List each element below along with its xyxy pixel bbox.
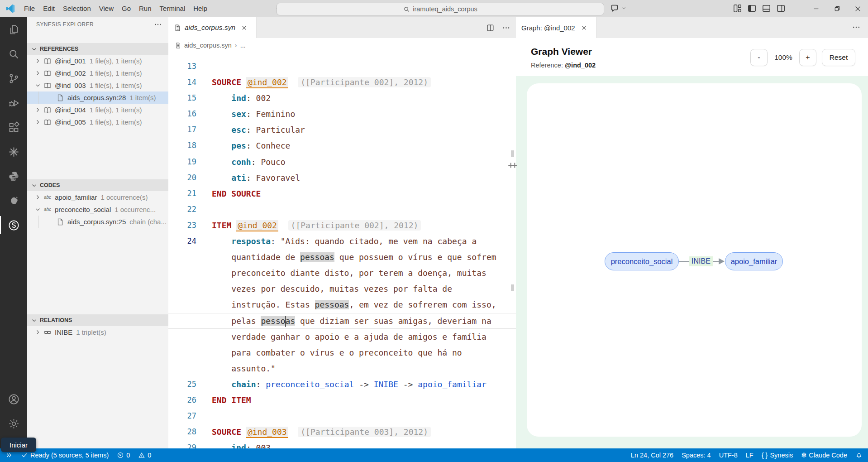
code-line[interactable]: para combater o vírus e o preconceito qu… — [168, 345, 516, 361]
section-header-references[interactable]: REFERENCES — [27, 43, 168, 55]
code-line[interactable]: 16 sex: Feminino — [168, 106, 516, 122]
code-line[interactable]: pelas pessoas que diziam ser suas amigas… — [168, 313, 516, 329]
activity-python[interactable] — [0, 164, 27, 188]
more-actions-icon[interactable] — [852, 23, 861, 32]
activity-run-debug[interactable] — [0, 91, 27, 115]
graph-node-apoio-familiar[interactable]: apoio_familiar — [725, 252, 783, 270]
activity-extensions[interactable] — [0, 115, 27, 140]
section-header-relations[interactable]: RELATIONS — [27, 314, 168, 326]
status-item-lf[interactable]: LF — [746, 452, 754, 459]
zoom-in-button[interactable]: + — [799, 49, 816, 66]
tree-item[interactable]: @ind_0031 file(s), 1 item(s) — [27, 79, 168, 91]
code-line[interactable]: preconceito diante disto, por terem a do… — [168, 265, 516, 281]
status-item-0[interactable]: 0 — [138, 452, 151, 459]
code-line[interactable]: 19 conh: Pouco — [168, 154, 516, 170]
activity-lab[interactable] — [0, 188, 27, 213]
tree-item[interactable]: abcapoio_familiar1 occurrence(s) — [27, 191, 168, 203]
line-number: 27 — [168, 408, 196, 424]
activity-files[interactable] — [0, 17, 27, 42]
restore-button[interactable] — [826, 0, 847, 17]
search-input[interactable]: iramuteq_aids_corpus — [277, 3, 604, 15]
code-line[interactable]: 23ITEM @ind_002 ([Participante 002], 201… — [168, 217, 516, 233]
activity-search[interactable] — [0, 42, 27, 66]
code-line[interactable]: 21END SOURCE — [168, 186, 516, 202]
code-line[interactable]: assunto." — [168, 361, 516, 376]
menu-go[interactable]: Go — [118, 0, 135, 17]
status-item-ln-24-col-276[interactable]: Ln 24, Col 276 — [631, 452, 673, 459]
menu-selection[interactable]: Selection — [59, 0, 95, 17]
menu-help[interactable]: Help — [189, 0, 211, 17]
status-item[interactable] — [855, 452, 863, 459]
code-line[interactable]: 15 ind: 002 — [168, 90, 516, 106]
menu-view[interactable]: View — [95, 0, 118, 17]
code-line[interactable]: 17 esc: Particular — [168, 122, 516, 138]
graph-node-preconceito-social[interactable]: preconceito_social — [605, 252, 679, 270]
close-button[interactable] — [847, 0, 868, 17]
reset-button[interactable]: Reset — [822, 49, 855, 66]
line-number: 13 — [168, 58, 196, 74]
code-line[interactable]: 20 ati: Favoravel — [168, 170, 516, 186]
toggle-secondary-sidebar-icon[interactable] — [776, 3, 786, 14]
toggle-panel-icon[interactable] — [761, 3, 772, 14]
tree-item[interactable]: @ind_0021 file(s), 1 item(s) — [27, 67, 168, 79]
code-line[interactable]: 13 — [168, 58, 516, 74]
code-line[interactable]: 24 resposta: "Aids: quando citado, me ve… — [168, 233, 516, 249]
status-item-spaces-4[interactable]: Spaces: 4 — [682, 452, 711, 459]
more-actions-icon[interactable] — [502, 24, 510, 32]
tree-item[interactable]: INIBE1 triplet(s) — [27, 326, 168, 338]
zoom-out-button[interactable]: - — [750, 49, 768, 66]
activity-source-control[interactable] — [0, 66, 27, 91]
copilot-menu[interactable] — [610, 3, 626, 13]
code-line[interactable]: vezes por descuido, muitas vezes por fal… — [168, 281, 516, 297]
tab-aids-corpus[interactable]: aids_corpus.syn — [168, 17, 257, 38]
breadcrumb[interactable]: aids_corpus.syn › ... — [168, 38, 516, 53]
splitter-handle[interactable] — [507, 159, 519, 171]
tree-item[interactable]: @ind_0041 file(s), 1 item(s) — [27, 104, 168, 116]
tree-item[interactable]: @ind_0011 file(s), 1 item(s) — [27, 55, 168, 67]
status-item-claude-code[interactable]: ✻Claude Code — [801, 452, 847, 459]
toggle-primary-sidebar-icon[interactable] — [747, 3, 757, 14]
activity-account[interactable] — [0, 387, 27, 411]
status-item-ready-5-sources-5-items-[interactable]: Ready (5 sources, 5 items) — [21, 452, 109, 459]
code-line[interactable]: 22 — [168, 202, 516, 217]
status-item[interactable] — [5, 452, 13, 459]
chev-down-icon — [34, 206, 41, 213]
code-line[interactable]: 27 — [168, 408, 516, 424]
code-line[interactable]: instrução. Estas pessoas, em vez de sofr… — [168, 297, 516, 313]
status-item-0[interactable]: 0 — [117, 452, 130, 459]
code-line[interactable]: verdade ganhar o apoio e a ajuda de amig… — [168, 329, 516, 345]
tab-graph[interactable]: Graph: @ind_002 — [516, 17, 596, 38]
code-line[interactable]: 26END ITEM — [168, 392, 516, 408]
code-line[interactable]: 29 ind: 003 — [168, 440, 516, 448]
code-line[interactable]: quantidade de pessoas que possuem o víru… — [168, 249, 516, 265]
menu-run[interactable]: Run — [135, 0, 156, 17]
code-token: Feminino — [256, 109, 296, 119]
tree-item[interactable]: abcpreconceito_social1 occurrenc... — [27, 203, 168, 216]
status-item-synesis[interactable]: { }Synesis — [762, 452, 793, 459]
section-header-codes[interactable]: CODES — [27, 179, 168, 191]
activity-gear[interactable] — [0, 411, 27, 436]
menu-edit[interactable]: Edit — [39, 0, 59, 17]
minimize-button[interactable] — [806, 0, 826, 17]
split-editor-icon[interactable] — [486, 24, 495, 32]
more-actions-icon[interactable] — [154, 20, 162, 29]
breadcrumb-file[interactable]: aids_corpus.syn — [184, 42, 232, 49]
tree-item[interactable]: aids_corpus.syn:25chain (cha... — [27, 216, 168, 228]
close-tab-icon[interactable] — [581, 24, 587, 31]
menu-file[interactable]: File — [20, 0, 39, 17]
code-line[interactable]: 28SOURCE @ind_003 ([Participante 003], 2… — [168, 424, 516, 440]
breadcrumb-more[interactable]: ... — [240, 42, 246, 49]
tree-item[interactable]: aids_corpus.syn:281 item(s) — [27, 91, 168, 104]
tree-item[interactable]: @ind_0051 file(s), 1 item(s) — [27, 116, 168, 128]
customize-layout-icon[interactable] — [732, 3, 743, 14]
status-item-utf-8[interactable]: UTF-8 — [719, 452, 738, 459]
code-line[interactable]: 14SOURCE @ind_002 ([Participante 002], 2… — [168, 74, 516, 90]
editor-tab-bar: aids_corpus.syn — [168, 17, 516, 38]
close-tab-icon[interactable] — [241, 24, 248, 31]
menu-terminal[interactable]: Terminal — [156, 0, 190, 17]
activity-synesis[interactable] — [0, 213, 27, 237]
code-editor[interactable]: 1314SOURCE @ind_002 ([Participante 002],… — [168, 53, 516, 448]
code-line[interactable]: 25 chain: preconceito_social -> INIBE ->… — [168, 376, 516, 392]
activity-spark[interactable] — [0, 140, 27, 164]
code-line[interactable]: 18 pes: Conhece — [168, 138, 516, 154]
